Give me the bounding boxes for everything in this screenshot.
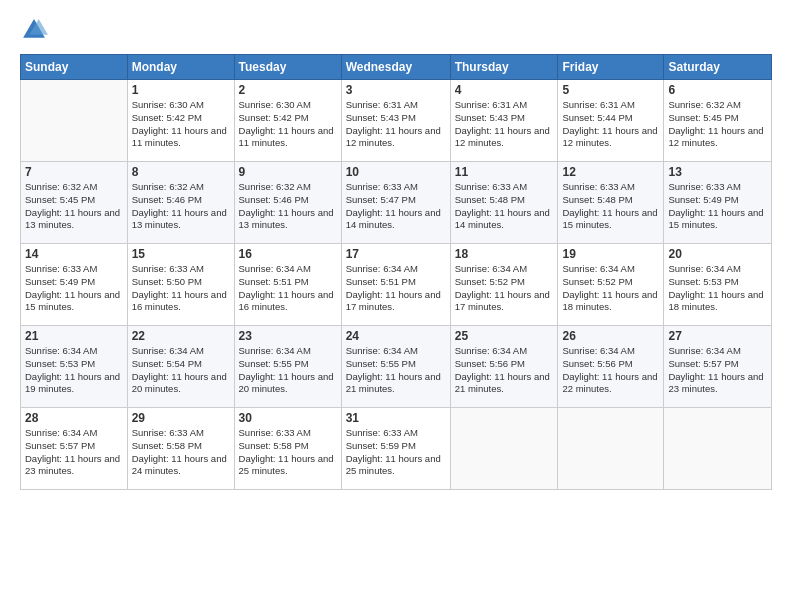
day-info: Sunrise: 6:34 AMSunset: 5:52 PMDaylight:… <box>455 263 554 314</box>
day-info: Sunrise: 6:31 AMSunset: 5:43 PMDaylight:… <box>455 99 554 150</box>
day-number: 13 <box>668 165 767 179</box>
calendar-cell: 8Sunrise: 6:32 AMSunset: 5:46 PMDaylight… <box>127 162 234 244</box>
day-info: Sunrise: 6:31 AMSunset: 5:44 PMDaylight:… <box>562 99 659 150</box>
day-number: 6 <box>668 83 767 97</box>
calendar-cell: 6Sunrise: 6:32 AMSunset: 5:45 PMDaylight… <box>664 80 772 162</box>
day-number: 9 <box>239 165 337 179</box>
calendar-cell: 25Sunrise: 6:34 AMSunset: 5:56 PMDayligh… <box>450 326 558 408</box>
day-number: 3 <box>346 83 446 97</box>
calendar-cell: 4Sunrise: 6:31 AMSunset: 5:43 PMDaylight… <box>450 80 558 162</box>
calendar-cell: 11Sunrise: 6:33 AMSunset: 5:48 PMDayligh… <box>450 162 558 244</box>
calendar-cell: 10Sunrise: 6:33 AMSunset: 5:47 PMDayligh… <box>341 162 450 244</box>
day-info: Sunrise: 6:34 AMSunset: 5:56 PMDaylight:… <box>455 345 554 396</box>
day-number: 22 <box>132 329 230 343</box>
day-number: 31 <box>346 411 446 425</box>
calendar-cell: 31Sunrise: 6:33 AMSunset: 5:59 PMDayligh… <box>341 408 450 490</box>
calendar-cell: 2Sunrise: 6:30 AMSunset: 5:42 PMDaylight… <box>234 80 341 162</box>
page: SundayMondayTuesdayWednesdayThursdayFrid… <box>0 0 792 612</box>
day-info: Sunrise: 6:34 AMSunset: 5:54 PMDaylight:… <box>132 345 230 396</box>
day-number: 25 <box>455 329 554 343</box>
day-number: 4 <box>455 83 554 97</box>
calendar-cell: 1Sunrise: 6:30 AMSunset: 5:42 PMDaylight… <box>127 80 234 162</box>
day-number: 24 <box>346 329 446 343</box>
calendar-cell: 29Sunrise: 6:33 AMSunset: 5:58 PMDayligh… <box>127 408 234 490</box>
calendar-cell: 24Sunrise: 6:34 AMSunset: 5:55 PMDayligh… <box>341 326 450 408</box>
day-number: 19 <box>562 247 659 261</box>
week-row-3: 14Sunrise: 6:33 AMSunset: 5:49 PMDayligh… <box>21 244 772 326</box>
day-info: Sunrise: 6:34 AMSunset: 5:53 PMDaylight:… <box>668 263 767 314</box>
day-info: Sunrise: 6:33 AMSunset: 5:49 PMDaylight:… <box>25 263 123 314</box>
col-header-friday: Friday <box>558 55 664 80</box>
day-info: Sunrise: 6:34 AMSunset: 5:55 PMDaylight:… <box>239 345 337 396</box>
day-number: 26 <box>562 329 659 343</box>
day-number: 28 <box>25 411 123 425</box>
day-number: 18 <box>455 247 554 261</box>
day-number: 2 <box>239 83 337 97</box>
day-number: 10 <box>346 165 446 179</box>
day-number: 17 <box>346 247 446 261</box>
day-info: Sunrise: 6:34 AMSunset: 5:52 PMDaylight:… <box>562 263 659 314</box>
calendar-cell <box>558 408 664 490</box>
day-info: Sunrise: 6:33 AMSunset: 5:47 PMDaylight:… <box>346 181 446 232</box>
day-info: Sunrise: 6:33 AMSunset: 5:50 PMDaylight:… <box>132 263 230 314</box>
day-number: 12 <box>562 165 659 179</box>
calendar-cell: 27Sunrise: 6:34 AMSunset: 5:57 PMDayligh… <box>664 326 772 408</box>
calendar-cell: 14Sunrise: 6:33 AMSunset: 5:49 PMDayligh… <box>21 244 128 326</box>
week-row-2: 7Sunrise: 6:32 AMSunset: 5:45 PMDaylight… <box>21 162 772 244</box>
day-info: Sunrise: 6:33 AMSunset: 5:58 PMDaylight:… <box>239 427 337 478</box>
col-header-wednesday: Wednesday <box>341 55 450 80</box>
day-info: Sunrise: 6:33 AMSunset: 5:58 PMDaylight:… <box>132 427 230 478</box>
calendar-cell: 3Sunrise: 6:31 AMSunset: 5:43 PMDaylight… <box>341 80 450 162</box>
day-info: Sunrise: 6:32 AMSunset: 5:45 PMDaylight:… <box>25 181 123 232</box>
calendar-cell: 22Sunrise: 6:34 AMSunset: 5:54 PMDayligh… <box>127 326 234 408</box>
day-info: Sunrise: 6:34 AMSunset: 5:55 PMDaylight:… <box>346 345 446 396</box>
day-number: 27 <box>668 329 767 343</box>
day-info: Sunrise: 6:33 AMSunset: 5:59 PMDaylight:… <box>346 427 446 478</box>
calendar-cell <box>21 80 128 162</box>
calendar-cell: 15Sunrise: 6:33 AMSunset: 5:50 PMDayligh… <box>127 244 234 326</box>
day-number: 14 <box>25 247 123 261</box>
day-number: 21 <box>25 329 123 343</box>
day-info: Sunrise: 6:33 AMSunset: 5:49 PMDaylight:… <box>668 181 767 232</box>
calendar-cell: 16Sunrise: 6:34 AMSunset: 5:51 PMDayligh… <box>234 244 341 326</box>
day-number: 5 <box>562 83 659 97</box>
calendar-cell <box>664 408 772 490</box>
col-header-sunday: Sunday <box>21 55 128 80</box>
calendar-cell: 21Sunrise: 6:34 AMSunset: 5:53 PMDayligh… <box>21 326 128 408</box>
day-info: Sunrise: 6:31 AMSunset: 5:43 PMDaylight:… <box>346 99 446 150</box>
day-info: Sunrise: 6:30 AMSunset: 5:42 PMDaylight:… <box>132 99 230 150</box>
calendar-cell: 20Sunrise: 6:34 AMSunset: 5:53 PMDayligh… <box>664 244 772 326</box>
day-info: Sunrise: 6:34 AMSunset: 5:51 PMDaylight:… <box>239 263 337 314</box>
week-row-4: 21Sunrise: 6:34 AMSunset: 5:53 PMDayligh… <box>21 326 772 408</box>
calendar-cell: 23Sunrise: 6:34 AMSunset: 5:55 PMDayligh… <box>234 326 341 408</box>
day-number: 30 <box>239 411 337 425</box>
calendar-cell: 9Sunrise: 6:32 AMSunset: 5:46 PMDaylight… <box>234 162 341 244</box>
day-info: Sunrise: 6:34 AMSunset: 5:57 PMDaylight:… <box>668 345 767 396</box>
day-info: Sunrise: 6:32 AMSunset: 5:46 PMDaylight:… <box>132 181 230 232</box>
day-number: 7 <box>25 165 123 179</box>
calendar-cell: 19Sunrise: 6:34 AMSunset: 5:52 PMDayligh… <box>558 244 664 326</box>
calendar-cell: 5Sunrise: 6:31 AMSunset: 5:44 PMDaylight… <box>558 80 664 162</box>
col-header-monday: Monday <box>127 55 234 80</box>
day-number: 16 <box>239 247 337 261</box>
calendar-cell: 7Sunrise: 6:32 AMSunset: 5:45 PMDaylight… <box>21 162 128 244</box>
day-number: 8 <box>132 165 230 179</box>
day-number: 20 <box>668 247 767 261</box>
day-info: Sunrise: 6:32 AMSunset: 5:46 PMDaylight:… <box>239 181 337 232</box>
calendar-cell <box>450 408 558 490</box>
calendar-cell: 12Sunrise: 6:33 AMSunset: 5:48 PMDayligh… <box>558 162 664 244</box>
day-info: Sunrise: 6:34 AMSunset: 5:56 PMDaylight:… <box>562 345 659 396</box>
col-header-tuesday: Tuesday <box>234 55 341 80</box>
day-info: Sunrise: 6:32 AMSunset: 5:45 PMDaylight:… <box>668 99 767 150</box>
calendar-cell: 13Sunrise: 6:33 AMSunset: 5:49 PMDayligh… <box>664 162 772 244</box>
day-info: Sunrise: 6:34 AMSunset: 5:51 PMDaylight:… <box>346 263 446 314</box>
logo-icon <box>20 16 48 44</box>
col-header-thursday: Thursday <box>450 55 558 80</box>
calendar-cell: 18Sunrise: 6:34 AMSunset: 5:52 PMDayligh… <box>450 244 558 326</box>
week-row-5: 28Sunrise: 6:34 AMSunset: 5:57 PMDayligh… <box>21 408 772 490</box>
calendar-header-row: SundayMondayTuesdayWednesdayThursdayFrid… <box>21 55 772 80</box>
day-number: 15 <box>132 247 230 261</box>
day-info: Sunrise: 6:34 AMSunset: 5:53 PMDaylight:… <box>25 345 123 396</box>
day-info: Sunrise: 6:33 AMSunset: 5:48 PMDaylight:… <box>455 181 554 232</box>
calendar-cell: 26Sunrise: 6:34 AMSunset: 5:56 PMDayligh… <box>558 326 664 408</box>
